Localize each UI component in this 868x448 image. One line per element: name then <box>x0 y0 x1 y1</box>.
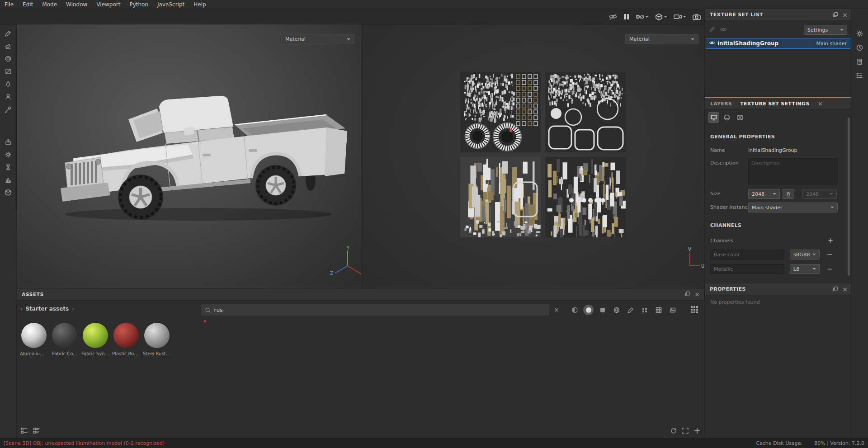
link-texture-sets-icon[interactable] <box>708 26 716 34</box>
list-view-icon[interactable] <box>20 427 28 436</box>
settings-dropdown-label: Settings <box>807 27 828 33</box>
tool-strip <box>0 24 17 438</box>
alphas-filter-icon[interactable] <box>639 305 650 315</box>
material-mode-icon[interactable] <box>722 112 732 123</box>
channel-name-field[interactable]: Base color <box>710 250 784 259</box>
float-panel-icon[interactable] <box>832 11 839 19</box>
texture-set-mode-icon[interactable] <box>708 112 719 123</box>
camera-icon[interactable] <box>674 14 686 20</box>
uv-islands-canvas[interactable] <box>460 72 626 237</box>
polygon-fill-tool-icon[interactable] <box>2 66 14 77</box>
close-tab-icon[interactable]: × <box>818 100 823 107</box>
patterns-filter-icon[interactable] <box>653 305 664 315</box>
close-panel-icon[interactable]: × <box>842 286 848 292</box>
visibility-all-icon[interactable] <box>720 27 727 33</box>
add-channel-button[interactable]: + <box>826 236 835 245</box>
export-icon[interactable] <box>2 137 14 147</box>
expand-frame-icon[interactable] <box>682 427 689 436</box>
texture-set-shader: Main shader <box>816 41 847 47</box>
smart-materials-filter-icon[interactable] <box>583 305 594 315</box>
settings-gear-icon[interactable] <box>854 28 865 39</box>
asset-thumbnail[interactable]: Plastic Rou... <box>112 323 141 356</box>
viewport-3d[interactable]: Material <box>17 24 361 288</box>
texture-set-row[interactable]: initialShadingGroup Main shader <box>706 38 850 49</box>
float-panel-icon[interactable] <box>684 291 691 298</box>
shading-mode-dropdown-2d[interactable]: Material <box>625 34 698 44</box>
display-settings-icon[interactable] <box>2 149 14 160</box>
menu-item-python[interactable]: Python <box>125 0 153 9</box>
viewport-2d[interactable]: Material V U <box>362 24 704 288</box>
close-panel-icon[interactable]: × <box>694 291 700 297</box>
refresh-icon[interactable] <box>670 427 677 436</box>
materials-filter-icon[interactable] <box>569 305 580 315</box>
viewport-toolbar: D∅ <box>0 9 704 24</box>
asset-thumbnail[interactable]: Aluminium... <box>19 323 48 356</box>
add-asset-icon[interactable] <box>693 427 701 436</box>
environments-filter-icon[interactable] <box>611 305 622 315</box>
menu-item-edit[interactable]: Edit <box>18 0 38 9</box>
description-input[interactable] <box>748 158 838 184</box>
smart-masks-filter-icon[interactable] <box>597 305 608 315</box>
channel-format-dropdown[interactable]: sRGB8 <box>790 250 820 259</box>
size-lock-button[interactable] <box>783 189 794 199</box>
axis-gizmo-3d[interactable]: Y X Z <box>329 246 367 279</box>
chevron-down-icon <box>812 254 816 255</box>
tab-texture-set-settings[interactable]: TEXTURE SET SETTINGS <box>740 101 809 107</box>
grid-view-icon[interactable] <box>690 306 698 315</box>
hide-ui-icon[interactable] <box>609 13 618 20</box>
close-panel-icon[interactable]: × <box>842 12 848 18</box>
channel-format-dropdown[interactable]: L8 <box>790 264 820 274</box>
no-uv-mode-icon[interactable] <box>735 112 745 123</box>
geometry-icon[interactable] <box>655 13 667 21</box>
brushes-filter-icon[interactable] <box>625 305 636 315</box>
chevron-right-icon[interactable]: › <box>20 306 22 312</box>
log-document-icon[interactable] <box>854 56 865 67</box>
search-box[interactable] <box>201 304 549 316</box>
list-icon[interactable] <box>854 70 865 81</box>
menu-item-file[interactable]: File <box>0 0 18 9</box>
displacement-icon[interactable]: D∅ <box>636 14 649 20</box>
texture-set-settings-dropdown[interactable]: Settings <box>804 25 847 35</box>
remove-channel-button[interactable]: − <box>825 264 834 274</box>
remove-channel-button[interactable]: − <box>825 250 834 259</box>
menu-item-help[interactable]: Help <box>189 0 210 9</box>
menu-item-window[interactable]: Window <box>61 0 92 9</box>
menu-item-viewport[interactable]: Viewport <box>92 0 125 9</box>
visibility-eye-icon[interactable] <box>709 40 715 47</box>
pause-button[interactable] <box>624 14 629 20</box>
smudge-tool-icon[interactable] <box>2 79 14 90</box>
search-input[interactable] <box>214 307 546 313</box>
detail-view-icon[interactable] <box>33 427 40 436</box>
resources-icon[interactable] <box>2 187 14 198</box>
float-panel-icon[interactable] <box>832 286 839 293</box>
clear-search-icon[interactable]: × <box>554 307 559 313</box>
shading-mode-label: Material <box>629 36 650 42</box>
channel-name-field[interactable]: Metallic <box>710 264 784 274</box>
model-3d[interactable] <box>47 83 354 222</box>
shading-mode-dropdown-3d[interactable]: Material <box>281 34 354 44</box>
tool-strip-spacer <box>0 117 16 135</box>
material-picker-tool-icon[interactable] <box>2 104 14 115</box>
asset-thumbnail[interactable]: Fabric Co... <box>50 323 79 356</box>
eraser-tool-icon[interactable] <box>2 41 14 52</box>
chevron-right-icon[interactable]: › <box>72 306 74 312</box>
menu-item-mode[interactable]: Mode <box>38 0 61 9</box>
shader-instance-value: Main shader <box>752 205 782 211</box>
screenshot-icon[interactable] <box>693 14 701 20</box>
shader-instance-dropdown[interactable]: Main shader <box>748 203 838 212</box>
tab-layers[interactable]: LAYERS <box>710 101 732 107</box>
menu-item-javascript[interactable]: JavaScript <box>153 0 189 9</box>
history-clock-icon[interactable] <box>854 42 865 53</box>
projection-tool-icon[interactable] <box>2 53 14 64</box>
size-width-dropdown[interactable]: 2048 <box>748 189 780 199</box>
statistics-icon[interactable] <box>2 174 14 185</box>
panel-scrollbar[interactable] <box>848 118 850 276</box>
breadcrumb-label[interactable]: Starter assets <box>25 306 69 312</box>
history-icon[interactable] <box>2 162 14 173</box>
clone-tool-icon[interactable] <box>2 91 14 102</box>
textures-filter-icon[interactable] <box>667 305 678 315</box>
asset-thumbnail[interactable]: Fabric Synt... <box>81 323 110 356</box>
paint-tool-icon[interactable] <box>2 28 14 39</box>
asset-grid: Aluminium... Fabric Co... Fabric Synt...… <box>19 323 171 356</box>
asset-thumbnail[interactable]: Steel Rust ... <box>142 323 171 356</box>
